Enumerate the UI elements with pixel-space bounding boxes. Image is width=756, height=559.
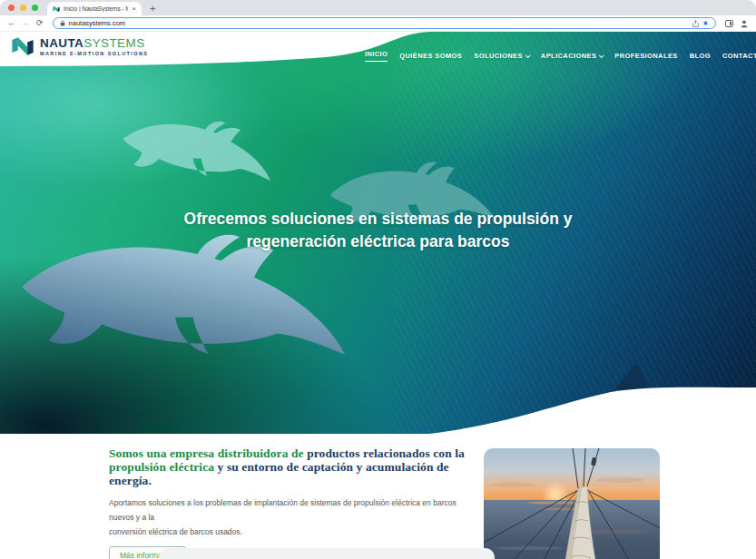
close-window-button[interactable] xyxy=(8,5,15,11)
nav-item-profesionales[interactable]: PROFESIONALES xyxy=(614,52,677,60)
profile-avatar-icon[interactable] xyxy=(740,19,749,28)
content-heading: Somos una empresa distribuidora de produ… xyxy=(109,446,483,487)
nav-item-blog[interactable]: BLOG xyxy=(690,52,711,60)
nav-item-inicio[interactable]: INICIO xyxy=(365,50,388,62)
logo-name-light: SYSTEMS xyxy=(83,36,144,50)
browser-window: Inicio | NautaSystems - Marine × + ← → ⟳… xyxy=(0,0,756,559)
hero-heading: Ofrecemos soluciones en sistemas de prop… xyxy=(0,208,756,253)
main-nav: INICIOQUIÉNES SOMOSSOLUCIONESAPLICACIONE… xyxy=(365,50,756,62)
url-text: nautasystems.com xyxy=(69,19,126,27)
logo-text: NAUTASYSTEMS MARINE E-MOTION SOLUTIONS xyxy=(40,36,148,56)
hero-bottom-wave xyxy=(429,384,756,434)
web-page: NAUTASYSTEMS MARINE E-MOTION SOLUTIONS I… xyxy=(0,32,756,559)
chevron-down-icon xyxy=(525,53,531,58)
back-icon[interactable]: ← xyxy=(7,19,15,27)
share-icon[interactable] xyxy=(692,20,699,27)
logo-mark-icon xyxy=(11,36,34,56)
zoom-window-button[interactable] xyxy=(32,5,38,11)
browser-toolbar: ← → ⟳ nautasystems.com ★ xyxy=(0,15,756,32)
forward-icon[interactable]: → xyxy=(22,19,30,27)
next-section-card xyxy=(159,548,495,559)
lock-icon xyxy=(60,20,65,26)
hero-section: NAUTASYSTEMS MARINE E-MOTION SOLUTIONS I… xyxy=(0,32,756,434)
tab-title: Inicio | NautaSystems - Marine xyxy=(64,5,128,12)
tab-close-icon[interactable]: × xyxy=(132,5,136,13)
sailboat-photo xyxy=(484,448,660,559)
side-panel-icon[interactable] xyxy=(725,20,733,27)
intro-paragraph: Aportamos soluciones a los problemas de … xyxy=(109,495,483,539)
reload-icon[interactable]: ⟳ xyxy=(36,19,44,27)
window-controls xyxy=(8,0,38,15)
favicon-icon xyxy=(53,5,60,13)
sailboat-photo-illustration xyxy=(484,448,660,559)
tab-bar: Inicio | NautaSystems - Marine × + xyxy=(0,0,756,15)
nav-item-contacto[interactable]: CONTACTO xyxy=(722,52,756,60)
nav-item-aplicaciones[interactable]: APLICACIONES xyxy=(541,52,603,60)
logo-name-bold: NAUTA xyxy=(40,36,83,50)
intro-section: Somos una empresa distribuidora de produ… xyxy=(0,434,756,559)
minimize-window-button[interactable] xyxy=(20,5,26,11)
address-bar[interactable]: nautasystems.com ★ xyxy=(53,17,716,29)
hero-heading-line1: Ofrecemos soluciones en sistemas de prop… xyxy=(0,208,756,230)
bookmark-star-icon[interactable]: ★ xyxy=(702,20,709,27)
chevron-down-icon xyxy=(599,53,604,58)
nav-item-soluciones[interactable]: SOLUCIONES xyxy=(474,52,529,60)
logo-tagline: MARINE E-MOTION SOLUTIONS xyxy=(40,51,148,56)
new-tab-button[interactable]: + xyxy=(150,2,155,15)
hero-heading-line2: regeneración eléctrica para barcos xyxy=(0,230,756,253)
nav-item-quienes-somos[interactable]: QUIÉNES SOMOS xyxy=(399,52,462,60)
site-logo[interactable]: NAUTASYSTEMS MARINE E-MOTION SOLUTIONS xyxy=(11,36,148,56)
browser-tab[interactable]: Inicio | NautaSystems - Marine × xyxy=(47,2,142,15)
